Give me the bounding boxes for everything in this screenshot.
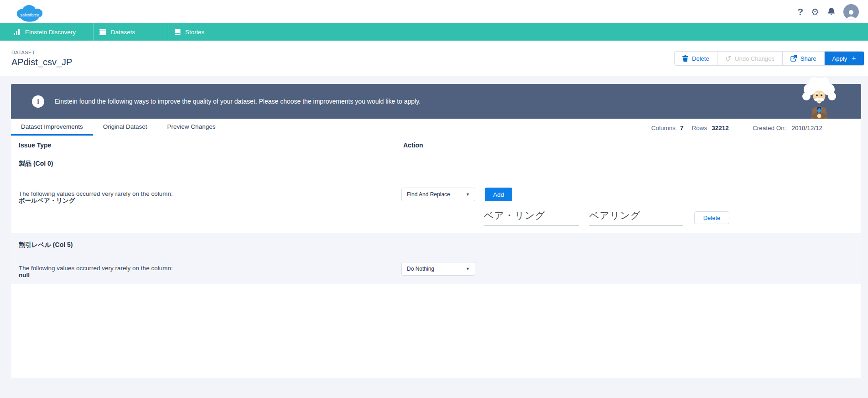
undo-icon: ↺ [725, 54, 731, 63]
rows-value: 32212 [712, 125, 729, 131]
app-navigation-bar: Einstein Discovery Datasets Stories [0, 23, 868, 41]
dataset-improvements-card: Dataset Improvements Original Dataset Pr… [11, 119, 861, 378]
tab-original-dataset[interactable]: Original Dataset [93, 119, 157, 136]
apply-button[interactable]: Apply + [825, 52, 864, 65]
add-replacement-button[interactable]: Add [485, 188, 512, 201]
created-on-value: 2018/12/12 [791, 125, 822, 131]
rows-label: Rows [692, 125, 707, 131]
created-on-label: Created On: [753, 125, 786, 131]
share-button-label: Share [800, 55, 816, 62]
database-icon [99, 29, 106, 35]
issue-type-column-header: Issue Type [19, 141, 51, 149]
salesforce-logo: salesforce [11, 2, 48, 24]
chevron-down-icon: ▼ [466, 267, 470, 271]
main-content: i Einstein found the following ways to i… [11, 84, 861, 378]
replace-value-input[interactable]: ベアリング [589, 209, 683, 225]
spacer [0, 76, 868, 84]
columns-value: 7 [680, 125, 684, 131]
columns-label: Columns [651, 125, 676, 131]
action-selected-value: Do Nothing [407, 266, 434, 272]
nav-tab-label: Stories [185, 29, 204, 36]
issue-description-line: The following values occurred very rarel… [19, 265, 173, 272]
issue-rare-value: null [19, 272, 30, 278]
book-icon [174, 29, 181, 35]
tab-dataset-improvements[interactable]: Dataset Improvements [11, 119, 93, 136]
apply-button-label: Apply [832, 55, 847, 62]
issue-description-line: The following values occurred very rarel… [19, 190, 173, 197]
delete-dataset-button[interactable]: Delete [675, 52, 717, 65]
issue-rare-value: ボールベア・リング [19, 197, 75, 204]
plus-icon: + [852, 54, 856, 63]
bar-chart-icon [14, 29, 21, 35]
section-title: 割引レベル (Col 5) [19, 241, 73, 249]
action-column-header: Action [403, 141, 423, 149]
nav-tab-einstein-discovery[interactable]: Einstein Discovery [0, 23, 94, 41]
help-icon[interactable]: ? [797, 6, 803, 17]
share-icon [790, 55, 797, 62]
undo-changes-button[interactable]: ↺ Undo Changes [717, 52, 783, 65]
section-title: 製品 (Col 0) [19, 160, 53, 168]
einstein-info-banner: i Einstein found the following ways to i… [11, 84, 861, 119]
nav-tab-label: Datasets [111, 29, 135, 36]
nav-tab-label: Einstein Discovery [25, 29, 76, 36]
issue-description: The following values occurred very rarel… [19, 190, 173, 204]
banner-message: Einstein found the following ways to imp… [55, 98, 421, 105]
gear-icon[interactable]: ⚙ [811, 6, 819, 17]
info-icon: i [32, 95, 44, 108]
einstein-mascot [796, 76, 842, 124]
person-icon [845, 9, 857, 20]
nav-tab-datasets[interactable]: Datasets [94, 23, 168, 41]
delete-replacement-button[interactable]: Delete [694, 211, 729, 224]
salesforce-logo-text: salesforce [20, 13, 39, 17]
trash-icon [682, 55, 688, 62]
dataset-eyebrow-label: DATASET [11, 50, 72, 55]
action-selected-value: Find And Replace [407, 191, 450, 198]
delete-button-label: Delete [692, 55, 709, 62]
action-select-find-and-replace[interactable]: Find And Replace ▼ [401, 188, 475, 201]
share-button[interactable]: Share [783, 52, 825, 65]
notifications-bell-icon[interactable] [827, 7, 836, 16]
top-bar: salesforce ? ⚙ [0, 0, 868, 23]
user-avatar[interactable] [843, 4, 859, 20]
tab-preview-changes[interactable]: Preview Changes [157, 119, 226, 136]
action-select-do-nothing[interactable]: Do Nothing ▼ [401, 262, 475, 276]
dataset-meta: Columns 7 Rows 32212 Created On: 2018/12… [651, 125, 822, 131]
page-header: DATASET APdist_csv_JP Delete ↺ Undo Chan… [0, 41, 868, 76]
issue-description: The following values occurred very rarel… [19, 265, 173, 278]
card-tab-bar: Dataset Improvements Original Dataset Pr… [11, 119, 225, 136]
find-value-input[interactable]: ベア・リング [484, 209, 579, 225]
nav-tab-stories[interactable]: Stories [168, 23, 242, 41]
chevron-down-icon: ▼ [466, 192, 470, 197]
header-button-group: Delete ↺ Undo Changes Share Apply + [674, 51, 864, 66]
page-title: APdist_csv_JP [11, 57, 72, 68]
undo-button-label: Undo Changes [735, 55, 774, 62]
